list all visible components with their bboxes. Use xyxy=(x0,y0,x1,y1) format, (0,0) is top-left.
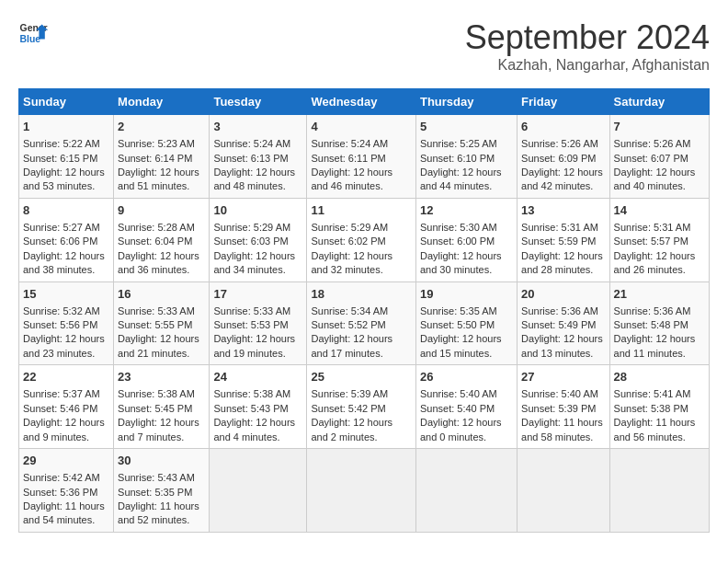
sunset-label: Sunset: 6:14 PM xyxy=(118,153,192,164)
daylight-label: Daylight: 12 hours and 46 minutes. xyxy=(311,167,392,191)
sunset-label: Sunset: 6:11 PM xyxy=(311,153,385,164)
sunrise-label: Sunrise: 5:31 AM xyxy=(521,222,598,233)
calendar-cell: 18 Sunrise: 5:34 AM Sunset: 5:52 PM Dayl… xyxy=(307,282,416,365)
sunset-label: Sunset: 6:02 PM xyxy=(311,236,385,247)
sunrise-label: Sunrise: 5:41 AM xyxy=(614,388,691,399)
calendar-cell xyxy=(415,449,517,533)
sunrise-label: Sunrise: 5:32 AM xyxy=(23,305,100,316)
calendar-week-row: 15 Sunrise: 5:32 AM Sunset: 5:56 PM Dayl… xyxy=(19,282,710,365)
day-number: 17 xyxy=(213,286,302,303)
calendar-cell: 10 Sunrise: 5:29 AM Sunset: 6:03 PM Dayl… xyxy=(210,198,307,282)
logo-icon: General Blue xyxy=(18,18,48,48)
calendar-cell: 9 Sunrise: 5:28 AM Sunset: 6:04 PM Dayli… xyxy=(114,198,210,282)
day-number: 30 xyxy=(118,453,205,469)
daylight-label: Daylight: 12 hours and 40 minutes. xyxy=(614,167,696,191)
calendar-cell: 15 Sunrise: 5:32 AM Sunset: 5:56 PM Dayl… xyxy=(19,282,114,365)
day-number: 6 xyxy=(521,119,605,135)
day-number: 8 xyxy=(23,202,109,219)
sunrise-label: Sunrise: 5:40 AM xyxy=(521,388,598,399)
sunrise-label: Sunrise: 5:29 AM xyxy=(311,222,388,233)
sunrise-label: Sunrise: 5:42 AM xyxy=(23,472,100,483)
page-subtitle: Kazhah, Nangarhar, Afghanistan xyxy=(465,57,710,74)
daylight-label: Daylight: 11 hours and 56 minutes. xyxy=(614,417,696,442)
daylight-label: Daylight: 12 hours and 9 minutes. xyxy=(23,417,105,442)
day-number: 15 xyxy=(23,286,109,303)
daylight-label: Daylight: 11 hours and 54 minutes. xyxy=(23,500,105,525)
daylight-label: Daylight: 11 hours and 52 minutes. xyxy=(118,500,199,525)
day-number: 28 xyxy=(614,369,705,385)
sunrise-label: Sunrise: 5:37 AM xyxy=(23,388,100,399)
sunrise-label: Sunrise: 5:40 AM xyxy=(420,388,497,399)
sunrise-label: Sunrise: 5:27 AM xyxy=(23,222,100,233)
page-title: September 2024 xyxy=(465,18,710,57)
calendar-day-header: Saturday xyxy=(609,89,709,115)
sunrise-label: Sunrise: 5:39 AM xyxy=(311,388,388,399)
day-number: 25 xyxy=(311,369,412,385)
day-number: 2 xyxy=(118,119,205,135)
calendar-week-row: 22 Sunrise: 5:37 AM Sunset: 5:46 PM Dayl… xyxy=(19,365,710,449)
daylight-label: Daylight: 12 hours and 28 minutes. xyxy=(521,250,603,275)
daylight-label: Daylight: 12 hours and 21 minutes. xyxy=(118,333,199,358)
sunrise-label: Sunrise: 5:28 AM xyxy=(118,222,195,233)
daylight-label: Daylight: 12 hours and 32 minutes. xyxy=(311,250,392,275)
daylight-label: Daylight: 12 hours and 23 minutes. xyxy=(23,333,105,358)
sunset-label: Sunset: 5:49 PM xyxy=(521,319,596,330)
calendar-cell: 11 Sunrise: 5:29 AM Sunset: 6:02 PM Dayl… xyxy=(307,198,416,282)
day-number: 18 xyxy=(311,286,412,303)
calendar-cell xyxy=(518,449,609,533)
sunset-label: Sunset: 6:00 PM xyxy=(420,236,495,247)
daylight-label: Daylight: 12 hours and 0 minutes. xyxy=(420,417,502,442)
daylight-label: Daylight: 12 hours and 7 minutes. xyxy=(118,417,199,442)
day-number: 19 xyxy=(420,286,513,303)
page-header: General Blue September 2024 Kazhah, Nang… xyxy=(18,18,710,74)
sunrise-label: Sunrise: 5:30 AM xyxy=(420,222,497,233)
sunset-label: Sunset: 5:42 PM xyxy=(311,403,385,414)
logo: General Blue xyxy=(18,18,48,48)
calendar-cell: 20 Sunrise: 5:36 AM Sunset: 5:49 PM Dayl… xyxy=(518,282,609,365)
calendar-cell: 21 Sunrise: 5:36 AM Sunset: 5:48 PM Dayl… xyxy=(609,282,709,365)
calendar-cell: 28 Sunrise: 5:41 AM Sunset: 5:38 PM Dayl… xyxy=(609,365,709,449)
daylight-label: Daylight: 12 hours and 51 minutes. xyxy=(118,167,199,191)
calendar-body: 1 Sunrise: 5:22 AM Sunset: 6:15 PM Dayli… xyxy=(19,115,710,533)
daylight-label: Daylight: 12 hours and 13 minutes. xyxy=(521,333,603,358)
calendar-table: SundayMondayTuesdayWednesdayThursdayFrid… xyxy=(18,88,710,533)
calendar-cell: 12 Sunrise: 5:30 AM Sunset: 6:00 PM Dayl… xyxy=(415,198,517,282)
calendar-day-header: Wednesday xyxy=(307,89,416,115)
daylight-label: Daylight: 12 hours and 11 minutes. xyxy=(614,333,696,358)
day-number: 29 xyxy=(23,453,109,469)
calendar-cell: 7 Sunrise: 5:26 AM Sunset: 6:07 PM Dayli… xyxy=(609,115,709,199)
day-number: 23 xyxy=(118,369,205,385)
sunset-label: Sunset: 6:10 PM xyxy=(420,153,495,164)
calendar-week-row: 1 Sunrise: 5:22 AM Sunset: 6:15 PM Dayli… xyxy=(19,115,710,199)
day-number: 12 xyxy=(420,202,513,219)
sunset-label: Sunset: 5:40 PM xyxy=(420,403,495,414)
sunset-label: Sunset: 6:09 PM xyxy=(521,153,596,164)
day-number: 10 xyxy=(213,202,302,219)
daylight-label: Daylight: 12 hours and 44 minutes. xyxy=(420,167,502,191)
calendar-cell: 14 Sunrise: 5:31 AM Sunset: 5:57 PM Dayl… xyxy=(609,198,709,282)
sunset-label: Sunset: 5:35 PM xyxy=(118,487,192,498)
sunrise-label: Sunrise: 5:35 AM xyxy=(420,305,497,316)
calendar-cell: 16 Sunrise: 5:33 AM Sunset: 5:55 PM Dayl… xyxy=(114,282,210,365)
day-number: 1 xyxy=(23,119,109,135)
sunrise-label: Sunrise: 5:25 AM xyxy=(420,138,497,149)
sunrise-label: Sunrise: 5:33 AM xyxy=(118,305,195,316)
calendar-cell: 13 Sunrise: 5:31 AM Sunset: 5:59 PM Dayl… xyxy=(518,198,609,282)
sunset-label: Sunset: 5:46 PM xyxy=(23,403,97,414)
calendar-cell xyxy=(609,449,709,533)
calendar-cell: 17 Sunrise: 5:33 AM Sunset: 5:53 PM Dayl… xyxy=(210,282,307,365)
sunrise-label: Sunrise: 5:36 AM xyxy=(521,305,598,316)
sunrise-label: Sunrise: 5:24 AM xyxy=(311,138,388,149)
calendar-cell: 5 Sunrise: 5:25 AM Sunset: 6:10 PM Dayli… xyxy=(415,115,517,199)
sunset-label: Sunset: 5:39 PM xyxy=(521,403,596,414)
sunset-label: Sunset: 5:36 PM xyxy=(23,487,97,498)
sunset-label: Sunset: 5:55 PM xyxy=(118,319,192,330)
calendar-cell xyxy=(210,449,307,533)
sunrise-label: Sunrise: 5:43 AM xyxy=(118,472,195,483)
sunset-label: Sunset: 5:53 PM xyxy=(213,319,288,330)
svg-text:Blue: Blue xyxy=(20,34,41,44)
sunrise-label: Sunrise: 5:38 AM xyxy=(118,388,195,399)
sunrise-label: Sunrise: 5:23 AM xyxy=(118,138,195,149)
calendar-header-row: SundayMondayTuesdayWednesdayThursdayFrid… xyxy=(19,89,710,115)
daylight-label: Daylight: 12 hours and 30 minutes. xyxy=(420,250,502,275)
